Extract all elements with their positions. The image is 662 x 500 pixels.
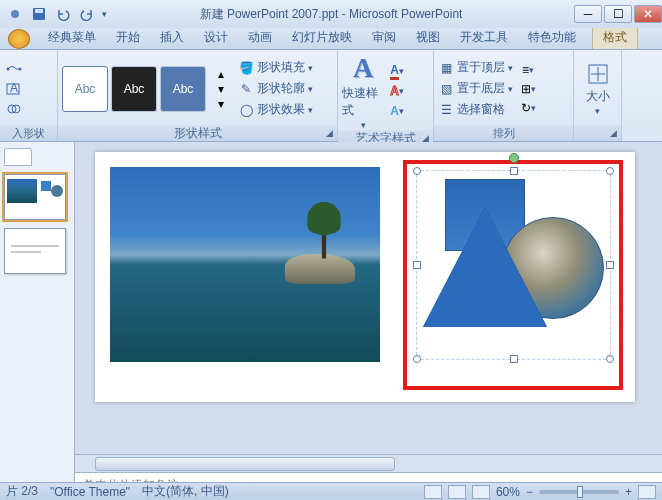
rotate-button[interactable]: ↻▾ [518, 99, 538, 117]
slide-thumb-2[interactable] [4, 174, 66, 220]
svg-text:A: A [10, 82, 18, 95]
view-normal-button[interactable] [424, 485, 442, 499]
size-icon [585, 61, 611, 87]
zoom-slider-thumb[interactable] [577, 486, 583, 498]
group-label-shape-style: 形状样式 [174, 125, 222, 142]
hscroll-thumb[interactable] [95, 457, 395, 471]
tab-animations[interactable]: 动画 [238, 26, 282, 49]
bucket-icon: 🪣 [238, 60, 254, 76]
handle-sw[interactable] [413, 355, 421, 363]
tab-format[interactable]: 格式 [592, 25, 638, 49]
tab-review[interactable]: 审阅 [362, 26, 406, 49]
shape-outline-button[interactable]: ✎形状轮廓▾ [238, 79, 313, 99]
shape-fill-button[interactable]: 🪣形状填充▾ [238, 58, 313, 78]
style-gallery-more[interactable]: ▾ [211, 97, 231, 111]
shape-fill-label: 形状填充 [257, 59, 305, 76]
size-launcher[interactable]: ◢ [607, 127, 619, 139]
minimize-button[interactable]: ─ [574, 5, 602, 23]
zoom-in-button[interactable]: + [625, 485, 632, 499]
merge-shapes-button[interactable] [4, 100, 24, 118]
tab-home[interactable]: 开始 [106, 26, 150, 49]
selection-pane-label: 选择窗格 [457, 101, 505, 118]
svg-point-12 [324, 217, 341, 234]
thumbnail-panel [0, 142, 75, 500]
text-outline-button[interactable]: A▾ [387, 82, 407, 100]
qat-save[interactable] [30, 5, 48, 23]
group-label-insert-shape: 入形状 [0, 125, 57, 141]
grouped-shape-triangle[interactable] [423, 207, 547, 327]
quick-styles-label: 快速样式 [342, 85, 384, 119]
handle-w[interactable] [413, 261, 421, 269]
rotate-handle[interactable] [509, 153, 519, 163]
handle-n[interactable] [510, 167, 518, 175]
slide-canvas-area[interactable] [75, 142, 662, 454]
selection-pane-button[interactable]: ☰选择窗格 [438, 100, 513, 120]
edit-shape-button[interactable] [4, 60, 24, 78]
status-slide-count: 片 2/3 [6, 483, 38, 500]
bring-to-front-button[interactable]: ▦置于顶层▾ [438, 58, 513, 78]
shape-style-launcher[interactable]: ◢ [323, 127, 335, 139]
view-sorter-button[interactable] [448, 485, 466, 499]
textbox-button[interactable]: A [4, 80, 24, 98]
send-to-back-button[interactable]: ▧置于底层▾ [438, 79, 513, 99]
style-row-down[interactable]: ▾ [211, 82, 231, 96]
text-effects-button[interactable]: A▾ [387, 102, 407, 120]
photo-tree [303, 195, 345, 259]
status-language[interactable]: 中文(简体, 中国) [142, 483, 229, 500]
close-button[interactable]: ✕ [634, 5, 662, 23]
qat-redo[interactable] [78, 5, 96, 23]
svg-rect-1 [35, 9, 43, 13]
group-button[interactable]: ⊞▾ [518, 80, 538, 98]
effects-icon: ◯ [238, 102, 254, 118]
horizontal-scrollbar[interactable] [75, 454, 662, 472]
tab-design[interactable]: 设计 [194, 26, 238, 49]
tab-slideshow[interactable]: 幻灯片放映 [282, 26, 362, 49]
shape-effects-label: 形状效果 [257, 101, 305, 118]
office-button[interactable] [8, 29, 30, 49]
status-zoom[interactable]: 60% [496, 485, 520, 499]
tab-insert[interactable]: 插入 [150, 26, 194, 49]
selection-frame[interactable] [416, 170, 611, 360]
orb-placeholder [6, 5, 24, 23]
qat-undo[interactable] [54, 5, 72, 23]
svg-point-11 [307, 217, 324, 234]
handle-ne[interactable] [606, 167, 614, 175]
fit-to-window-button[interactable] [638, 485, 656, 499]
inserted-photo[interactable] [110, 167, 380, 362]
shape-effects-button[interactable]: ◯形状效果▾ [238, 100, 313, 120]
zoom-slider[interactable] [539, 490, 619, 494]
handle-nw[interactable] [413, 167, 421, 175]
tab-classic-menu[interactable]: 经典菜单 [38, 26, 106, 49]
shape-style-2[interactable]: Abc [111, 66, 157, 112]
status-theme: "Office Theme" [50, 485, 130, 499]
svg-point-2 [7, 67, 10, 70]
maximize-button[interactable]: ☐ [604, 5, 632, 23]
send-back-icon: ▧ [438, 81, 454, 97]
shape-style-3[interactable]: Abc [160, 66, 206, 112]
bring-front-icon: ▦ [438, 60, 454, 76]
qat-more-icon[interactable]: ▾ [102, 9, 107, 19]
slide [95, 152, 635, 402]
size-button[interactable]: 大小 ▾ [578, 61, 617, 116]
tab-view[interactable]: 视图 [406, 26, 450, 49]
slide-thumb-3[interactable] [4, 228, 66, 274]
quick-styles-button[interactable]: A 快速样式 ▾ [342, 52, 384, 130]
wordart-a-icon: A [353, 52, 373, 84]
selection-pane-icon: ☰ [438, 102, 454, 118]
align-button[interactable]: ≡▾ [518, 61, 538, 79]
shape-style-1[interactable]: Abc [62, 66, 108, 112]
shape-outline-label: 形状轮廓 [257, 80, 305, 97]
window-title: 新建 PowerPoint 2007.ppt - Microsoft Power… [200, 6, 463, 23]
view-slideshow-button[interactable] [472, 485, 490, 499]
style-row-up[interactable]: ▴ [211, 67, 231, 81]
handle-s[interactable] [510, 355, 518, 363]
tab-developer[interactable]: 开发工具 [450, 26, 518, 49]
handle-se[interactable] [606, 355, 614, 363]
send-back-label: 置于底层 [457, 80, 505, 97]
tab-special[interactable]: 特色功能 [518, 26, 586, 49]
outline-tab[interactable] [4, 148, 32, 166]
group-label-arrange: 排列 [434, 125, 573, 141]
zoom-out-button[interactable]: − [526, 485, 533, 499]
text-fill-button[interactable]: A▾ [387, 62, 407, 80]
handle-e[interactable] [606, 261, 614, 269]
